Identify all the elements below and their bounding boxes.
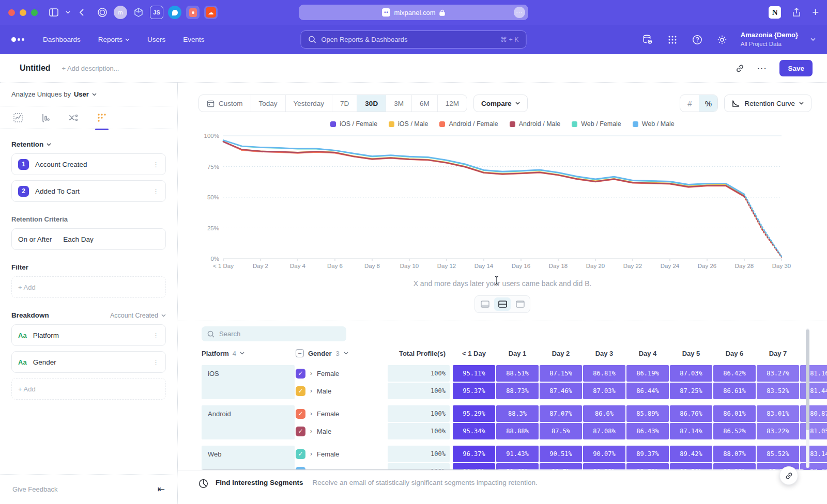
chevron-down-icon[interactable] xyxy=(65,6,71,19)
kebab-menu-icon[interactable]: ⋮ xyxy=(152,332,159,339)
address-bar[interactable]: •• mixpanel.com ··· xyxy=(299,5,528,20)
nav-item-dashboards[interactable]: Dashboards xyxy=(43,36,81,43)
select-all-checkbox[interactable]: – xyxy=(296,349,304,357)
legend-item[interactable]: Web / Male xyxy=(633,120,675,128)
table-search-input[interactable]: Search xyxy=(202,326,346,341)
expand-row-icon[interactable]: › xyxy=(310,387,312,395)
extension-camera-icon[interactable] xyxy=(186,6,200,19)
layout-chart-only-button[interactable] xyxy=(477,297,493,311)
range-3m[interactable]: 3M xyxy=(386,95,411,112)
legend-item[interactable]: iOS / Male xyxy=(389,120,428,128)
nav-item-users[interactable]: Users xyxy=(147,36,165,43)
range-30d[interactable]: 30D xyxy=(357,95,386,112)
find-segments-link[interactable]: Find Interesting Segments xyxy=(216,479,303,504)
legend-item[interactable]: Web / Female xyxy=(572,120,621,128)
expand-row-icon[interactable]: › xyxy=(310,370,312,377)
maximize-window-button[interactable] xyxy=(31,9,38,16)
chart-type-dropdown[interactable]: Retention Curve xyxy=(724,94,811,112)
extension-bird-icon[interactable] xyxy=(168,6,181,19)
share-icon[interactable] xyxy=(792,8,801,17)
data-management-icon[interactable] xyxy=(641,34,654,46)
legend-item[interactable]: Android / Female xyxy=(439,120,498,128)
compare-button[interactable]: Compare xyxy=(473,94,528,112)
series-checkbox[interactable]: ✓ xyxy=(296,449,305,459)
add-filter-button[interactable]: + Add xyxy=(11,276,166,298)
chevron-down-icon[interactable] xyxy=(810,38,816,41)
expand-row-icon[interactable]: › xyxy=(310,450,312,458)
retention-criteria-selector[interactable]: On or After Each Day xyxy=(11,228,166,250)
give-feedback-link[interactable]: Give Feedback xyxy=(12,485,57,493)
day-column-header[interactable]: Day 2 xyxy=(540,350,582,357)
back-icon[interactable] xyxy=(75,6,88,19)
range-today[interactable]: Today xyxy=(251,95,285,112)
tab-insights[interactable] xyxy=(13,106,23,129)
add-breakdown-button[interactable]: + Add xyxy=(11,378,166,400)
day-column-header[interactable]: Day 6 xyxy=(713,350,756,357)
tab-retention[interactable] xyxy=(97,106,106,129)
range-yesterday[interactable]: Yesterday xyxy=(285,95,332,112)
tab-funnels[interactable] xyxy=(41,106,50,129)
layout-table-only-button[interactable] xyxy=(512,297,528,311)
tab-flows[interactable] xyxy=(68,106,79,129)
extension-js-icon[interactable]: JS xyxy=(150,6,163,19)
retention-section-heading[interactable]: Retention xyxy=(11,140,166,148)
save-button[interactable]: Save xyxy=(779,60,813,76)
day-column-header[interactable]: < 1 Day xyxy=(453,350,495,357)
retention-step-2[interactable]: 2 Added To Cart ⋮ xyxy=(11,180,166,202)
range-custom[interactable]: Custom xyxy=(199,95,251,112)
breakdown-gender[interactable]: Aa Gender ⋮ xyxy=(11,351,166,373)
copy-link-icon[interactable] xyxy=(735,64,745,73)
nav-item-events[interactable]: Events xyxy=(183,36,204,43)
notion-icon[interactable]: N xyxy=(769,6,781,19)
kebab-menu-icon[interactable]: ⋮ xyxy=(152,161,159,168)
criteria-mode[interactable]: On or After xyxy=(18,235,52,243)
expand-row-icon[interactable]: › xyxy=(310,410,312,417)
criteria-interval[interactable]: Each Day xyxy=(63,235,94,243)
browser-sidebar-icon[interactable] xyxy=(47,6,60,19)
floating-share-button[interactable] xyxy=(779,466,798,485)
breakdown-platform[interactable]: Aa Platform ⋮ xyxy=(11,324,166,346)
minimize-window-button[interactable] xyxy=(20,9,26,16)
window-controls[interactable] xyxy=(8,9,38,16)
help-icon[interactable] xyxy=(691,34,703,46)
percent-toggle[interactable]: % xyxy=(699,95,717,112)
retention-step-1[interactable]: 1 Account Created ⋮ xyxy=(11,153,166,175)
series-checkbox[interactable]: ✓ xyxy=(296,369,305,379)
extension-cube-icon[interactable] xyxy=(132,6,145,19)
close-window-button[interactable] xyxy=(8,9,15,16)
gender-column-header[interactable]: – Gender3 xyxy=(295,349,388,357)
global-search[interactable]: Open Reports & Dashboards ⌘ + K xyxy=(301,30,527,49)
extension-m-icon[interactable]: m xyxy=(114,6,127,19)
settings-gear-icon[interactable] xyxy=(716,34,728,46)
day-column-header[interactable]: Day 1 xyxy=(496,350,539,357)
platform-column-header[interactable]: Platform4 xyxy=(202,350,295,357)
series-checkbox[interactable]: ✓ xyxy=(296,427,305,436)
analyze-value-dropdown[interactable]: User xyxy=(74,90,89,98)
extension-ring-icon[interactable] xyxy=(96,6,109,19)
range-7d[interactable]: 7D xyxy=(332,95,357,112)
absolute-numbers-toggle[interactable]: # xyxy=(680,95,699,112)
add-description[interactable]: + Add description... xyxy=(62,65,119,72)
series-checkbox[interactable]: ✓ xyxy=(296,386,305,396)
apps-grid-icon[interactable] xyxy=(666,34,679,46)
extension-soundcloud-icon[interactable]: ☁ xyxy=(204,6,218,19)
collapse-sidebar-icon[interactable]: ⇤ xyxy=(158,484,165,495)
range-6m[interactable]: 6M xyxy=(411,95,437,112)
day-column-header[interactable]: Day 3 xyxy=(583,350,625,357)
more-options-button[interactable]: ··· xyxy=(757,65,767,72)
kebab-menu-icon[interactable]: ⋮ xyxy=(152,187,159,195)
range-12m[interactable]: 12M xyxy=(437,95,467,112)
layout-split-button[interactable] xyxy=(494,297,511,311)
day-column-header[interactable]: Day 4 xyxy=(626,350,669,357)
new-tab-icon[interactable]: + xyxy=(812,7,819,18)
retention-line-chart[interactable]: 0%25%50%75%100%< 1 DayDay 2Day 4Day 6Day… xyxy=(198,130,827,273)
breakdown-scope-dropdown[interactable]: Account Created xyxy=(110,312,166,319)
mixpanel-logo[interactable] xyxy=(11,37,24,42)
nav-item-reports[interactable]: Reports xyxy=(98,36,130,43)
legend-item[interactable]: Android / Male xyxy=(510,120,561,128)
legend-item[interactable]: iOS / Female xyxy=(330,120,377,128)
site-options-button[interactable]: ··· xyxy=(514,7,525,18)
day-column-header[interactable]: Day 7 xyxy=(757,350,799,357)
vertical-scrollbar[interactable] xyxy=(806,328,809,468)
chevron-down-icon[interactable] xyxy=(92,93,97,96)
